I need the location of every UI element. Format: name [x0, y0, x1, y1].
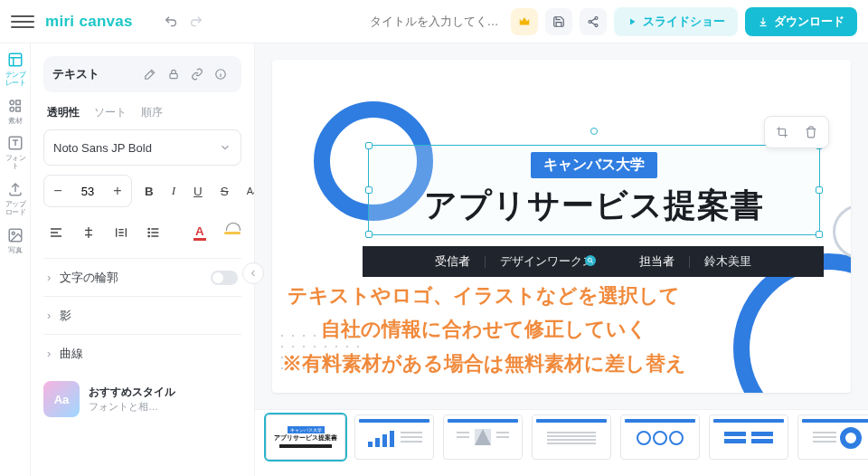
svg-point-13: [148, 228, 149, 229]
chevron-left-icon: [248, 268, 259, 279]
list-icon: [146, 225, 161, 240]
highlight-button[interactable]: [219, 216, 246, 249]
section-label: 曲線: [60, 346, 83, 362]
download-button[interactable]: ダウンロード: [745, 7, 857, 36]
resize-handle[interactable]: [365, 186, 373, 194]
svg-point-15: [148, 235, 149, 236]
align-left-button[interactable]: [43, 216, 69, 249]
align-v-icon: [81, 225, 96, 240]
crown-icon: [518, 15, 531, 28]
bold-button[interactable]: B: [139, 175, 159, 207]
image-icon: [7, 227, 24, 243]
size-input[interactable]: [71, 176, 104, 206]
resize-handle[interactable]: [816, 186, 823, 194]
thumb-7[interactable]: [797, 414, 868, 460]
link-button[interactable]: [185, 62, 209, 86]
info-button[interactable]: [209, 62, 232, 86]
font-select[interactable]: Noto Sans JP Bold: [43, 129, 241, 166]
resize-handle[interactable]: [816, 231, 823, 238]
tab-sort[interactable]: ソート: [94, 105, 127, 120]
svg-rect-40: [751, 439, 773, 443]
collapse-panel-button[interactable]: [242, 262, 264, 284]
link-icon: [191, 67, 203, 81]
wand-icon: [144, 67, 156, 81]
rail-photos[interactable]: 写真: [2, 226, 29, 255]
undo-button[interactable]: [158, 9, 184, 34]
rotate-handle[interactable]: [590, 128, 598, 135]
slide-title[interactable]: アプリサービス提案書: [424, 184, 764, 228]
spacing-button[interactable]: [108, 216, 134, 249]
outline-toggle[interactable]: [211, 271, 238, 285]
thumb-2[interactable]: [354, 414, 434, 460]
slide-canvas[interactable]: キャンバス大学 アプリサービス提案書 受信者 ｜ デザインワークス 担当者 ｜ …: [272, 60, 851, 393]
crop-button[interactable]: [770, 120, 794, 144]
thumb-5[interactable]: [620, 414, 700, 460]
align-vertical-button[interactable]: [76, 216, 101, 249]
slide-pill[interactable]: キャンバス大学: [531, 152, 657, 178]
size-decrease[interactable]: −: [44, 176, 71, 206]
rail-elements[interactable]: 素材: [2, 97, 29, 126]
resize-handle[interactable]: [365, 231, 373, 238]
svg-rect-7: [15, 107, 20, 111]
section-shadow[interactable]: › 影: [43, 296, 241, 334]
svg-point-10: [12, 232, 14, 234]
save-icon: [552, 15, 565, 28]
lock-icon: [167, 67, 180, 81]
chevron-down-icon: [219, 141, 231, 154]
rail-label: フォント: [2, 156, 28, 171]
canvas-area[interactable]: キャンバス大学 アプリサービス提案書 受信者 ｜ デザインワークス 担当者 ｜ …: [255, 43, 868, 409]
thumb-1[interactable]: キャンバス大学 アプリサービス提案書: [266, 414, 345, 460]
rail-label: アップロード: [2, 201, 28, 216]
svg-rect-39: [751, 432, 773, 436]
case-button[interactable]: AA: [241, 175, 255, 207]
templates-icon: [7, 52, 24, 68]
floating-toolbar: [764, 116, 829, 148]
section-curve[interactable]: › 曲線: [43, 334, 241, 372]
info-icon: [214, 67, 227, 81]
rail-label: テンプレート: [2, 71, 28, 87]
doc-title-input[interactable]: [353, 14, 515, 29]
lock-button[interactable]: [162, 62, 185, 86]
reco-title: おすすめスタイル: [89, 385, 175, 400]
rail-templates[interactable]: テンプレート: [2, 51, 29, 88]
magnify-icon: [585, 255, 596, 266]
svg-rect-11: [170, 73, 177, 78]
recommended-styles[interactable]: Aa おすすめスタイル フォントと相…: [43, 381, 241, 417]
recipient-label: 受信者: [435, 253, 470, 270]
section-outline[interactable]: › 文字の輪郭: [43, 258, 241, 296]
rail-text[interactable]: フォント: [2, 134, 29, 171]
text-panel: テキスト 透明性 ソート 順序 Noto Sans JP Bold − + B …: [31, 43, 255, 476]
thumb-6[interactable]: [709, 414, 788, 460]
resize-handle[interactable]: [365, 142, 373, 149]
svg-point-4: [10, 100, 14, 105]
tab-opacity[interactable]: 透明性: [47, 105, 80, 120]
svg-rect-17: [368, 442, 373, 447]
section-label: 文字の輪郭: [60, 270, 118, 286]
share-button[interactable]: [580, 8, 607, 35]
rail-upload[interactable]: アップロード: [2, 180, 29, 217]
svg-rect-37: [724, 432, 746, 436]
size-increase[interactable]: +: [104, 176, 131, 206]
svg-rect-38: [724, 439, 746, 443]
italic-button[interactable]: I: [166, 175, 181, 207]
download-icon: [758, 16, 769, 27]
magic-button[interactable]: [138, 62, 162, 86]
menu-button[interactable]: [11, 10, 34, 33]
thumb-3[interactable]: [443, 414, 523, 460]
strike-button[interactable]: S: [215, 175, 234, 207]
thumb-4[interactable]: [532, 414, 611, 460]
redo-button[interactable]: [184, 9, 209, 34]
delete-button[interactable]: [799, 120, 823, 144]
list-button[interactable]: [141, 216, 166, 249]
text-color-button[interactable]: A: [188, 216, 212, 249]
underline-button[interactable]: U: [188, 175, 208, 207]
save-button[interactable]: [545, 8, 572, 35]
slideshow-button[interactable]: スライドショー: [614, 7, 738, 36]
font-name: Noto Sans JP Bold: [53, 141, 152, 155]
selection-box[interactable]: キャンバス大学 アプリサービス提案書: [368, 145, 820, 235]
reco-sub: フォントと相…: [89, 400, 175, 414]
svg-rect-5: [15, 100, 20, 105]
svg-point-14: [148, 232, 149, 233]
tab-order[interactable]: 順序: [141, 105, 163, 120]
info-bar[interactable]: 受信者 ｜ デザインワークス 担当者 ｜ 鈴木美里: [363, 246, 824, 277]
